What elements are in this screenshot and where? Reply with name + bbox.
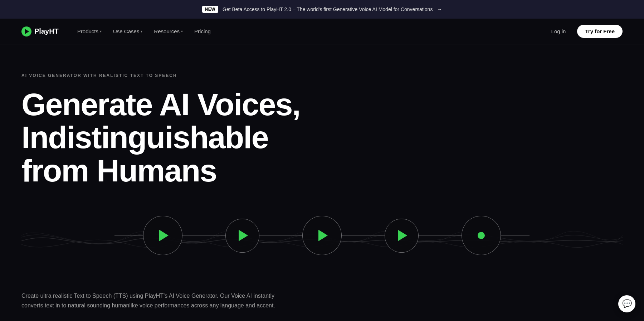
wave-connector-5 xyxy=(501,235,530,236)
nav-label-use-cases: Use Cases xyxy=(113,28,139,34)
new-badge: NEW xyxy=(202,6,219,13)
hero-title-line2: Indistinguishable from Humans xyxy=(21,120,268,188)
play-button-2-container xyxy=(225,219,259,253)
play-icon-4 xyxy=(398,230,407,241)
wave-connector-1 xyxy=(182,235,225,236)
nav-label-products: Products xyxy=(77,28,98,34)
play-button-2[interactable] xyxy=(225,219,259,253)
chevron-down-icon: ▾ xyxy=(181,29,183,33)
play-button-4[interactable] xyxy=(385,219,419,253)
nav-item-pricing[interactable]: Pricing xyxy=(190,25,215,37)
nav-label-pricing: Pricing xyxy=(194,28,211,34)
chevron-down-icon: ▾ xyxy=(100,29,102,33)
hero-section: AI VOICE GENERATOR WITH REALISTIC TEXT T… xyxy=(0,44,644,321)
login-button[interactable]: Log in xyxy=(547,25,570,37)
play-icon-3 xyxy=(318,230,328,241)
logo-text: PlayHT xyxy=(34,27,59,35)
banner-text: Get Beta Access to PlayHT 2.0 – The worl… xyxy=(223,6,433,12)
nav-links: Products ▾ Use Cases ▾ Resources ▾ Prici… xyxy=(73,25,215,37)
play-icon-2 xyxy=(239,230,248,241)
nav-item-use-cases[interactable]: Use Cases ▾ xyxy=(109,25,147,37)
play-button-5-container xyxy=(462,216,501,255)
wave-connector-4 xyxy=(419,235,462,236)
nav-left: PlayHT Products ▾ Use Cases ▾ Resources … xyxy=(21,25,215,37)
banner-arrow: → xyxy=(437,6,442,12)
play-buttons-row xyxy=(21,209,623,255)
play-icon-1 xyxy=(159,230,169,241)
play-button-1[interactable] xyxy=(143,216,182,255)
nav-item-resources[interactable]: Resources ▾ xyxy=(150,25,187,37)
chat-icon: 💬 xyxy=(622,299,632,308)
logo-icon xyxy=(21,26,31,37)
navbar: PlayHT Products ▾ Use Cases ▾ Resources … xyxy=(0,19,644,44)
wave-connector-3 xyxy=(342,235,385,236)
play-button-3-container xyxy=(302,216,342,255)
play-button-4-container xyxy=(385,219,419,253)
top-banner[interactable]: NEW Get Beta Access to PlayHT 2.0 – The … xyxy=(0,0,644,19)
hero-label: AI VOICE GENERATOR WITH REALISTIC TEXT T… xyxy=(21,73,623,78)
nav-item-products[interactable]: Products ▾ xyxy=(73,25,106,37)
wave-connector-2 xyxy=(259,235,302,236)
play-button-3[interactable] xyxy=(302,216,342,255)
nav-label-resources: Resources xyxy=(154,28,180,34)
chat-widget[interactable]: 💬 xyxy=(618,295,635,312)
hero-description: Create ultra realistic Text to Speech (T… xyxy=(21,291,293,310)
play-button-5[interactable] xyxy=(462,216,501,255)
play-button-1-container xyxy=(143,216,182,255)
audio-section xyxy=(21,209,623,273)
wave-connector-0 xyxy=(114,235,143,236)
nav-right: Log in Try for Free xyxy=(547,25,623,38)
dot-icon-5 xyxy=(478,232,485,239)
hero-title: Generate AI Voices, Indistinguishable fr… xyxy=(21,88,308,187)
hero-title-line1: Generate AI Voices, xyxy=(21,87,300,122)
try-free-button[interactable]: Try for Free xyxy=(577,25,623,38)
logo-play-icon xyxy=(25,29,29,34)
chevron-down-icon: ▾ xyxy=(141,29,142,33)
logo[interactable]: PlayHT xyxy=(21,26,59,37)
